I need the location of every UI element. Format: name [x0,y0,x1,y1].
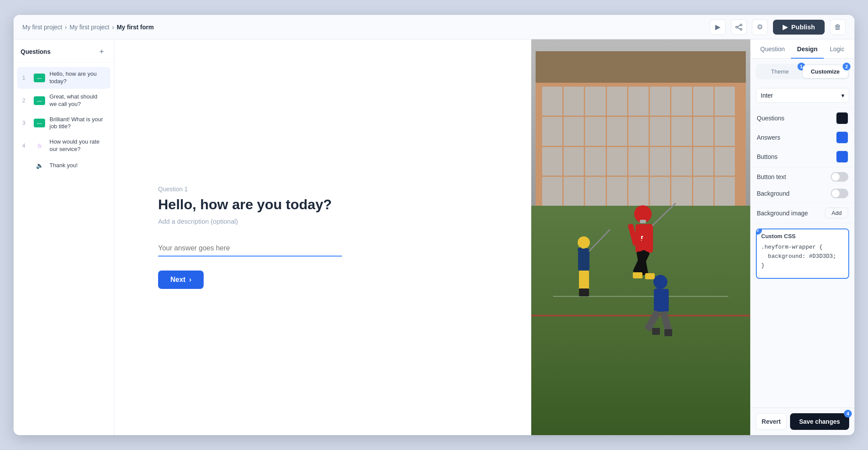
question-num-4: 4 [22,143,29,149]
questions-label: Questions [757,115,784,122]
question-num-1: 1 [22,75,29,81]
question-item-2[interactable]: 2 — Great, what should we call you? [17,90,110,112]
players-svg: 5 [531,39,750,435]
background-label: Background [757,190,790,197]
panel-footer: Revert Save changes 4 [751,408,854,435]
svg-point-5 [578,236,590,249]
question-title: Hello, how are you today? [158,196,487,213]
button-text-label: Button text [757,173,786,180]
tab-logic[interactable]: Logic [824,39,850,59]
divider-3 [751,203,854,203]
breadcrumb-project[interactable]: My first project [22,24,62,31]
questions-color-swatch[interactable] [836,112,848,124]
question-item-3[interactable]: 3 — Brilliant! What is your job title? [17,112,110,134]
panel-tabs: Question Design Logic [751,39,854,59]
font-select[interactable]: Inter ▾ [756,88,849,103]
svg-rect-10 [583,271,589,290]
questions-color-row: Questions [751,109,854,128]
question-icon-3: — [34,119,45,127]
preview-area: Question 1 Hello, how are you today? Add… [114,39,750,435]
bg-image-label: Background image [757,210,808,217]
breadcrumb: My first project › My first project My f… [22,24,154,31]
svg-rect-15 [640,220,646,223]
customize-badge: 2 [843,63,850,70]
svg-line-20 [652,203,676,226]
custom-css-input[interactable]: .heyform-wrapper { background: #D3D3D3; … [757,241,848,276]
svg-point-2 [740,28,742,30]
save-badge: 4 [844,410,852,418]
share-button[interactable] [731,19,747,35]
main-layout: Questions + 1 — Hello, how are you today… [14,39,854,435]
svg-rect-32 [664,329,672,336]
save-button[interactable]: Save changes 4 [790,413,849,430]
add-question-button[interactable]: + [96,46,107,57]
image-panel: 5 [531,39,750,435]
sub-tabs: Theme 1 Customize 2 [756,64,849,79]
button-text-toggle[interactable] [831,172,848,182]
answers-color-row: Answers [751,128,854,147]
svg-point-25 [653,275,667,289]
publish-label: Publish [791,23,815,31]
question-text-5: Thank you! [49,162,105,169]
breadcrumb-form: My first form [116,24,154,31]
divider-4 [751,223,854,223]
background-row: Background [751,185,854,202]
button-text-row: Button text [751,169,854,185]
revert-button[interactable]: Revert [756,413,787,430]
question-num-2: 2 [22,98,29,104]
svg-rect-12 [583,288,589,296]
settings-button[interactable]: ⚙ [752,19,768,35]
preview-button[interactable]: ▶ [710,19,726,35]
svg-point-0 [740,24,742,26]
question-list: 1 — Hello, how are you today? 2 — Great,… [14,63,114,178]
breadcrumb-my-project[interactable]: My first project [70,24,109,31]
answer-input[interactable] [158,241,342,257]
svg-line-13 [589,229,610,251]
app-window: My first project › My first project My f… [14,15,854,435]
sidebar-title: Questions [21,48,50,55]
tab-design[interactable]: Design [791,39,824,59]
header: My first project › My first project My f… [14,15,854,39]
save-label: Save changes [799,418,840,425]
svg-line-4 [737,28,740,29]
answers-label: Answers [757,134,780,141]
font-dropdown-icon: ▾ [841,92,844,99]
question-icon-4: ☆ [34,141,45,150]
question-item-1[interactable]: 1 — Hello, how are you today? [17,67,110,89]
custom-css-section: 3 Custom CSS .heyform-wrapper { backgrou… [756,229,849,279]
buttons-label: Buttons [757,153,777,160]
add-image-button[interactable]: Add [825,207,848,218]
sidebar-header: Questions + [14,39,114,63]
breadcrumb-sep2: › [112,24,114,31]
breadcrumb-sep1: › [65,24,67,31]
question-text-1: Hello, how are you today? [49,70,105,85]
divider-1 [751,107,854,108]
header-actions: ▶ ⚙ ▶ Publish 🗑 [710,19,846,35]
question-num-3: 3 [22,120,29,126]
publish-button[interactable]: ▶ Publish [773,20,825,35]
background-toggle[interactable] [831,189,848,198]
lacrosse-scene: 5 [531,39,750,435]
question-item-5[interactable]: 🔈 Thank you! [17,158,110,173]
publish-icon: ▶ [783,23,788,31]
bg-image-row: Background image Add [751,204,854,222]
next-arrow-icon: › [189,276,191,284]
question-label: Question 1 [158,186,487,193]
next-button[interactable]: Next › [158,271,204,289]
question-item-4[interactable]: 4 ☆ How would you rate our service? [17,135,110,157]
tab-question[interactable]: Question [754,39,791,59]
question-text-2: Great, what should we call you? [49,93,105,108]
answers-color-swatch[interactable] [836,131,848,144]
sidebar: Questions + 1 — Hello, how are you today… [14,39,114,435]
svg-point-1 [736,26,737,28]
svg-rect-23 [633,272,642,278]
question-icon-2: — [34,96,45,105]
sub-tab-customize[interactable]: Customize 2 [803,65,848,78]
buttons-color-swatch[interactable] [836,151,848,163]
sub-tab-theme[interactable]: Theme 1 [757,65,803,78]
trash-button[interactable]: 🗑 [830,19,846,35]
buttons-color-row: Buttons [751,147,854,166]
question-icon-5: 🔈 [34,161,45,170]
svg-line-3 [737,25,740,27]
next-label: Next [170,276,186,284]
